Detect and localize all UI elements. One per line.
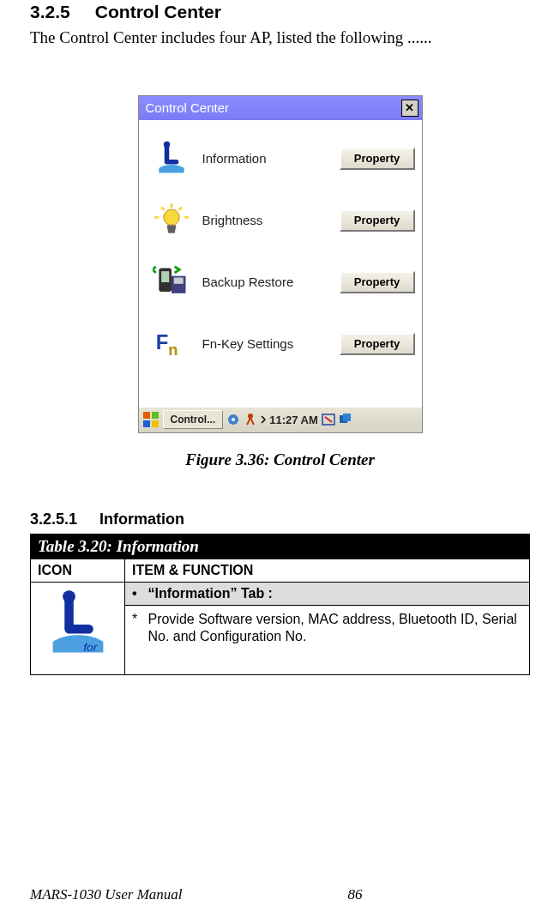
svg-rect-14 — [152, 412, 159, 419]
cc-row-backup-restore: Backup Restore Property — [146, 257, 415, 307]
table-desc-text: Provide Software version, MAC address, B… — [148, 611, 521, 645]
window-title: Control Center — [146, 100, 401, 115]
property-button[interactable]: Property — [340, 333, 415, 355]
section-title: Control Center — [95, 2, 221, 21]
information-icon: for — [42, 588, 114, 660]
tray-status-icon[interactable] — [244, 413, 257, 426]
information-icon — [151, 138, 192, 179]
svg-rect-13 — [143, 412, 150, 419]
cc-label: Information — [202, 151, 340, 166]
start-icon[interactable] — [142, 411, 160, 428]
table-title: Table 3.20: Information — [31, 534, 530, 559]
figure-caption: Figure 3.36: Control Center — [30, 450, 530, 469]
subsection-heading: 3.2.5.1 Information — [30, 510, 530, 528]
table-header-icon: ICON — [31, 559, 125, 582]
control-center-body: Information Property — [139, 120, 422, 407]
table-header-function: ITEM & FUNCTION — [125, 559, 530, 582]
footer-page-number: 86 — [183, 886, 363, 903]
svg-text:n: n — [168, 341, 178, 359]
svg-rect-10 — [173, 277, 183, 283]
tray-input-icon[interactable] — [322, 413, 335, 426]
svg-rect-16 — [152, 420, 159, 427]
table-row: for • “Information” Tab : — [31, 582, 530, 605]
table-desc-cell: * Provide Software version, MAC address,… — [125, 605, 530, 674]
property-button[interactable]: Property — [340, 271, 415, 293]
bullet-icon: • — [132, 586, 144, 601]
taskbar-clock: 11:27 AM — [269, 414, 318, 426]
fnkey-icon: F n — [151, 323, 192, 365]
svg-point-18 — [232, 418, 235, 421]
window-titlebar: Control Center ✕ — [139, 96, 422, 120]
cc-label: Backup Restore — [202, 275, 340, 289]
intro-text: The Control Center includes four AP, lis… — [30, 27, 530, 49]
svg-line-5 — [161, 207, 165, 210]
taskbar-task-label: Control... — [171, 414, 216, 426]
svg-point-1 — [163, 209, 178, 225]
backup-restore-icon — [151, 262, 192, 303]
property-button[interactable]: Property — [340, 209, 415, 232]
table-tab-cell: • “Information” Tab : — [125, 582, 530, 605]
cc-row-information: Information Property — [146, 134, 415, 184]
table-tab-label: “Information” Tab : — [148, 586, 272, 601]
svg-text:F: F — [155, 329, 168, 353]
cc-row-brightness: Brightness Property — [146, 196, 415, 245]
tray-expand-icon[interactable] — [261, 415, 266, 424]
table-header-row: ICON ITEM & FUNCTION — [31, 559, 530, 582]
taskbar-task-button[interactable]: Control... — [163, 410, 224, 429]
cc-row-fnkey: F n Fn-Key Settings Property — [146, 319, 415, 369]
asterisk-icon: * — [132, 611, 144, 628]
figure-control-center: Control Center ✕ Information Property — [30, 95, 530, 469]
section-number: 3.2.5 — [30, 2, 90, 22]
property-button[interactable]: Property — [340, 148, 415, 170]
page-footer: MARS-1030 User Manual 86 — [30, 886, 530, 903]
svg-text:for: for — [83, 640, 97, 653]
subsection-title: Information — [99, 510, 184, 528]
svg-line-21 — [325, 417, 332, 422]
close-icon: ✕ — [405, 101, 414, 114]
tray-windows-icon[interactable] — [339, 413, 352, 426]
svg-rect-15 — [143, 420, 150, 427]
table-icon-cell: for — [31, 582, 125, 674]
cc-label: Brightness — [202, 213, 340, 227]
section-heading: 3.2.5 Control Center — [30, 0, 530, 22]
device-window: Control Center ✕ Information Property — [138, 95, 423, 433]
subsection-number: 3.2.5.1 — [30, 510, 95, 528]
svg-point-24 — [63, 590, 75, 603]
svg-line-6 — [178, 207, 182, 210]
svg-rect-23 — [343, 414, 351, 421]
brightness-icon — [151, 200, 192, 241]
taskbar: Control... 11:27 AM — [139, 407, 422, 432]
cc-label: Fn-Key Settings — [202, 336, 340, 351]
information-table: Table 3.20: Information ICON ITEM & FUNC… — [30, 534, 530, 675]
svg-rect-8 — [161, 271, 169, 282]
table-title-row: Table 3.20: Information — [31, 534, 530, 559]
tray-network-icon[interactable] — [226, 413, 240, 426]
svg-point-0 — [163, 142, 169, 148]
close-button[interactable]: ✕ — [401, 100, 418, 117]
footer-manual-name: MARS-1030 User Manual — [30, 886, 183, 903]
